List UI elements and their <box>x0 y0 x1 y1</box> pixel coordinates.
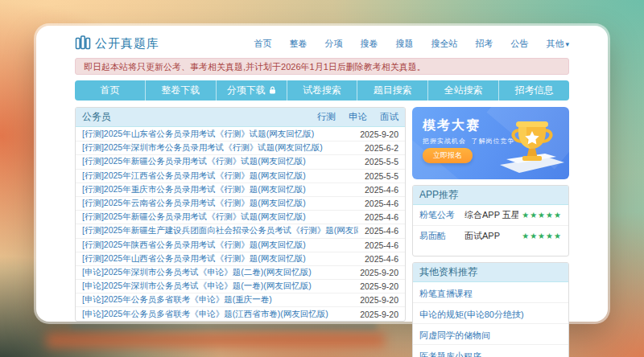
resource-link[interactable]: 申论的规矩(申论80分绝技) <box>419 310 524 319</box>
resource-row: 阿虚同学的储物间 <box>413 323 568 344</box>
nav-other-dropdown[interactable]: 其他▾ <box>546 38 569 50</box>
exam-link[interactable]: [行测]2025年陕西省公务员录用考试《行测》题(网友回忆版) <box>82 240 358 251</box>
nav-announcements[interactable]: 公告 <box>510 38 528 50</box>
resource-row: 粉笔直播课程 <box>413 282 568 302</box>
exam-date: 2025-9-20 <box>360 281 398 291</box>
notice-banner: 即日起本站将只更新公考、事考相关真题,并计划于2026年1月1日后删除教考相关真… <box>75 58 569 75</box>
toolbar-home[interactable]: 首页 <box>75 80 145 101</box>
nav-home[interactable]: 首页 <box>254 38 271 50</box>
exam-link[interactable]: [行测]2025年新疆生产建设兵团面向社会招录公务员考试《行测》题(网友回忆版) <box>82 225 358 236</box>
exam-row: [行测]2025年江西省公务员录用考试《行测》题(网友回忆版)2025-5-5 <box>76 169 405 183</box>
resource-link[interactable]: 医考题库小程序 <box>419 351 481 357</box>
app-link-fenbi[interactable]: 粉笔公考 <box>419 209 464 221</box>
exam-row: [行测]2025年新疆公务员录用考试《行测》试题(网友回忆版)2025-4-6 <box>76 210 405 224</box>
exam-row: [行测]2025年陕西省公务员录用考试《行测》题(网友回忆版)2025-4-6 <box>76 238 405 252</box>
main-toolbar: 首页 整卷下载 分项下载 试卷搜索 题目搜索 全站搜索 招考信息 <box>75 80 569 101</box>
exam-row: [申论]2025年深圳市公务员考试《申论》题(二卷)(网友回忆版)2025-9-… <box>76 265 405 279</box>
logo-books-icon <box>75 35 91 53</box>
exam-link[interactable]: [行测]2025年新疆公务员录用考试《行测》试题(网友回忆版) <box>82 211 358 223</box>
exam-date: 2025-4-6 <box>365 199 398 208</box>
app-panel-header: APP推荐 <box>413 186 568 205</box>
exam-row: [申论]2025年深圳市公务员考试《申论》题(一卷)(网友回忆版)2025-9-… <box>76 279 405 293</box>
exam-row: [行测]2025年云南省公务员录用考试《行测》题(网友回忆版)2025-4-6 <box>76 196 405 210</box>
app-link-yimianku[interactable]: 易面酷 <box>419 230 464 242</box>
exam-date: 2025-9-20 <box>360 310 398 319</box>
toolbar-full-paper-download[interactable]: 整卷下载 <box>145 80 216 101</box>
resource-row: 申论的规矩(申论80分绝技) <box>413 302 568 323</box>
toolbar-recruit-info[interactable]: 招考信息 <box>498 80 569 101</box>
toolbar-question-search[interactable]: 题目搜索 <box>357 80 427 101</box>
site-card: 公开真题库 首页 整卷 分项 搜卷 搜题 搜全站 招考 公告 其他▾ 即日起本站… <box>36 26 608 322</box>
exam-link[interactable]: [申论]2025年深圳市公务员考试《申论》题(一卷)(网友回忆版) <box>82 281 353 292</box>
app-recommend-panel: APP推荐 粉笔公考 综合APP 五星推荐 ★★★★★ 易面酷 面试APP ★★… <box>412 185 569 256</box>
star-rating: ★★★★★ <box>522 211 562 220</box>
resource-link[interactable]: 粉笔直播课程 <box>419 289 473 298</box>
exam-row: [行测]2025年深圳市考公务员录用考试《行测》试题(网友回忆版)2025-6-… <box>76 141 405 154</box>
exam-date: 2025-5-5 <box>365 171 398 181</box>
nav-search-questions[interactable]: 搜题 <box>395 38 413 50</box>
app-description: 综合APP 五星推荐 <box>464 209 518 221</box>
exam-date: 2025-4-6 <box>365 240 398 250</box>
exam-panel-header: 公务员 行测 申论 面试 <box>76 108 405 127</box>
mock-contest-banner[interactable]: 模考大赛 把握实战机会 了解岗位竞争 立即报名 <box>412 107 569 179</box>
exam-link[interactable]: [行测]2025年新疆公务员录用考试《行测》试题(网友回忆版) <box>82 156 358 167</box>
main-content: 公务员 行测 申论 面试 [行测]2025年山东省公务员录用考试《行测》试题(网… <box>75 107 569 357</box>
resource-link[interactable]: 阿虚同学的储物间 <box>419 330 490 340</box>
right-sidebar: 模考大赛 把握实战机会 了解岗位竞争 立即报名 APP推荐 粉笔公考 综合APP… <box>412 107 569 357</box>
app-description: 面试APP <box>464 230 518 242</box>
exam-row: [行测]2025年山东省公务员录用考试《行测》试题(网友回忆版)2025-9-2… <box>76 127 405 141</box>
exam-link[interactable]: [行测]2025年山东省公务员录用考试《行测》试题(网友回忆版) <box>82 129 353 140</box>
exam-date: 2025-9-20 <box>360 295 398 305</box>
nav-sections[interactable]: 分项 <box>324 38 342 50</box>
chevron-down-icon: ▾ <box>565 40 569 48</box>
filter-xingce[interactable]: 行测 <box>317 111 336 123</box>
exam-row: [行测]2025年重庆市公务员录用考试《行测》题(网友回忆版)2025-4-6 <box>76 183 405 196</box>
exam-link[interactable]: [申论]2025年公务员多省联考《申论》题(江西省市卷)(网友回忆版) <box>82 309 353 320</box>
exam-date: 2025-4-6 <box>365 226 398 236</box>
nav-recruitment[interactable]: 招考 <box>475 38 493 50</box>
exam-link[interactable]: [行测]2025年云南省公务员录用考试《行测》题(网友回忆版) <box>82 198 358 209</box>
resource-row: 医考题库小程序 <box>413 344 568 357</box>
toolbar-site-search[interactable]: 全站搜索 <box>427 80 498 101</box>
logo-text: 公开真题库 <box>95 36 159 51</box>
exam-link[interactable]: [行测]2025年山西省公务员录用考试《行测》题(网友回忆版) <box>82 253 358 265</box>
filter-mianshi[interactable]: 面试 <box>380 111 398 123</box>
banner-title: 模考大赛 <box>423 117 481 134</box>
app-row: 粉笔公考 综合APP 五星推荐 ★★★★★ <box>413 205 568 225</box>
app-panel-title: APP推荐 <box>419 188 458 202</box>
exam-row: [申论]2025年公务员多省联考《申论》题(江西省市卷)(网友回忆版)2025-… <box>76 306 405 320</box>
exam-link[interactable]: [申论]2025年深圳市公务员考试《申论》题(二卷)(网友回忆版) <box>82 267 353 278</box>
toolbar-paper-search[interactable]: 试卷搜索 <box>287 80 357 101</box>
nav-search-site[interactable]: 搜全站 <box>431 38 457 50</box>
exam-row: [行测]2025年山西省公务员录用考试《行测》题(网友回忆版)2025-4-6 <box>76 252 405 265</box>
exam-panel-title: 公务员 <box>82 110 111 124</box>
exam-link[interactable]: [行测]2025年江西省公务员录用考试《行测》题(网友回忆版) <box>82 170 358 182</box>
resources-panel-header: 其他资料推荐 <box>413 263 568 282</box>
exam-date: 2025-6-2 <box>365 143 398 153</box>
star-rating: ★★★★★ <box>522 232 562 240</box>
resources-panel-title: 其他资料推荐 <box>419 265 477 279</box>
exam-date: 2025-5-5 <box>365 157 398 166</box>
exam-date: 2025-4-6 <box>365 254 398 264</box>
exam-row: [行测]2025年新疆生产建设兵团面向社会招录公务员考试《行测》题(网友回忆版)… <box>76 224 405 237</box>
nav-search-papers[interactable]: 搜卷 <box>360 38 378 50</box>
filter-shenlun[interactable]: 申论 <box>349 111 367 123</box>
exam-link[interactable]: [申论]2025年公务员多省联考《申论》题(重庆一卷) <box>82 294 353 306</box>
exam-date: 2025-4-6 <box>365 212 398 222</box>
site-logo[interactable]: 公开真题库 <box>75 35 159 53</box>
exam-link[interactable]: [行测]2025年重庆市公务员录用考试《行测》题(网友回忆版) <box>82 184 358 195</box>
toolbar-section-download[interactable]: 分项下载 <box>216 80 287 101</box>
exam-row: [行测]2025年新疆公务员录用考试《行测》试题(网友回忆版)2025-5-5 <box>76 154 405 168</box>
signup-button[interactable]: 立即报名 <box>423 148 473 163</box>
exam-row: [申论]2025年公务员多省联考《申论》题(重庆一卷)2025-9-20 <box>76 293 405 306</box>
lock-icon <box>269 85 276 96</box>
exam-date: 2025-9-20 <box>360 129 398 139</box>
exam-filters: 行测 申论 面试 <box>317 111 398 123</box>
exam-list-panel: 公务员 行测 申论 面试 [行测]2025年山东省公务员录用考试《行测》试题(网… <box>75 107 406 322</box>
exam-link[interactable]: [行测]2025年深圳市考公务员录用考试《行测》试题(网友回忆版) <box>82 142 358 154</box>
exam-date: 2025-4-6 <box>365 185 398 195</box>
nav-full-papers[interactable]: 整卷 <box>289 38 307 50</box>
site-header: 公开真题库 首页 整卷 分项 搜卷 搜题 搜全站 招考 公告 其他▾ <box>75 34 569 53</box>
app-row: 易面酷 面试APP ★★★★★ <box>413 225 568 246</box>
resources-panel: 其他资料推荐 粉笔直播课程 申论的规矩(申论80分绝技) 阿虚同学的储物间 医考… <box>412 262 569 357</box>
